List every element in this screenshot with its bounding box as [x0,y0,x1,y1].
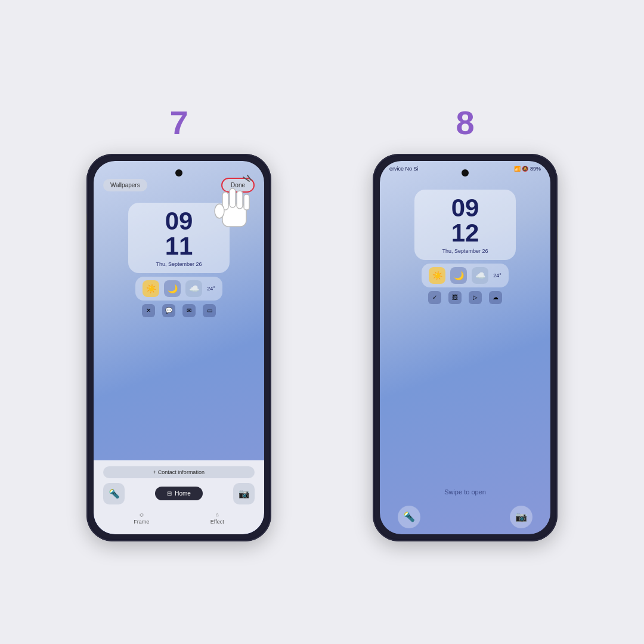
status-carrier: ervice No Si [389,166,419,172]
clock-widget-7: 09 11 Thu, September 26 [128,203,230,273]
contact-info-button[interactable]: + Contact information [103,466,255,478]
phone-8-screen: ervice No Si 📶 🔕 89% 09 12 Thu, Septembe… [380,161,550,534]
camera-button-8[interactable]: 📷 [510,506,532,528]
volume-up-button [86,213,87,231]
power-button-8 [557,225,558,255]
effect-label: Effect [210,519,224,525]
lock-screen-7: 09 11 Thu, September 26 ☀️ 🌙 ☁️ 24° ✕ [94,197,264,320]
bottom-actions-7: ◇ Frame ⌂ Effect [103,508,255,526]
volume-up-button-8 [373,213,373,231]
moon-icon: 🌙 [164,280,181,297]
weather-widget-7: ☀️ 🌙 ☁️ 24° [135,277,222,301]
clock-min-8: 12 [425,221,505,246]
swipe-to-open: Swipe to open [380,488,550,496]
cloud-icon: ☁️ [185,280,202,297]
phone-7-inner: Wallpapers Done 09 11 Thu, September 26 … [89,156,269,539]
bottom-bar-7: + Contact information 🔦 ⊟ Home 📷 ◇ [94,460,264,534]
step-8-wrapper: 8 ervice No Si 📶 🔕 89% [373,103,558,541]
clock-widget-8: 09 12 Thu, September 26 [414,190,516,260]
app-shortcuts-7: ✕ 💬 ✉ ▭ [142,304,216,317]
frame-action[interactable]: ◇ Frame [134,512,149,525]
home-label: Home [175,490,191,497]
flashlight-button-8[interactable]: 🔦 [398,506,420,528]
phone-7: Wallpapers Done 09 11 Thu, September 26 … [86,154,271,541]
app-shortcuts-8: ✓ 🖼 ▷ ☁ [428,291,502,304]
cloud-icon-8: ☁️ [472,267,488,284]
home-pill[interactable]: ⊟ Home [155,487,203,500]
home-icon-small: ⊟ [167,490,172,497]
clock-date-7: Thu, September 26 [139,261,219,267]
camera-notch-7 [175,169,182,177]
app-icon-8-1: ✓ [428,291,441,304]
effect-icon: ⌂ [216,512,219,518]
app-icon-3: ✉ [182,304,196,317]
status-battery: 📶 🔕 89% [514,166,541,172]
app-icon-4: ▭ [203,304,216,317]
clock-min-7: 11 [139,234,219,259]
wallpaper-header: Wallpapers Done [103,178,255,193]
app-icon-1: ✕ [142,304,155,317]
clock-hour-8: 09 [425,196,505,221]
done-button[interactable]: Done [221,178,255,193]
frame-icon: ◇ [140,512,144,518]
weather-widget-8: ☀️ 🌙 ☁️ 24° [422,264,509,287]
volume-down-button-8 [373,240,373,270]
dock-row-7: 🔦 ⊟ Home 📷 [103,483,255,504]
camera-icon[interactable]: 📷 [233,483,255,504]
phone-8-inner: ervice No Si 📶 🔕 89% 09 12 Thu, Septembe… [375,156,555,539]
step-7-number: 7 [169,103,188,142]
lock-screen-8: 09 12 Thu, September 26 ☀️ 🌙 ☁️ 24° ✓ [380,174,550,306]
frame-label: Frame [134,519,149,525]
moon-icon-8: 🌙 [450,267,467,284]
volume-down-button [86,240,87,270]
wallpapers-button[interactable]: Wallpapers [103,179,147,191]
app-icon-8-4: ☁ [489,291,502,304]
phone-7-screen: Wallpapers Done 09 11 Thu, September 26 … [94,161,264,534]
app-icon-2: 💬 [162,304,175,317]
app-icon-8-2: 🖼 [448,291,462,304]
sun-icon: ☀️ [143,280,159,297]
camera-notch-8 [462,169,469,177]
weather-temp-8: 24° [493,273,501,278]
main-container: 7 Wallpapers Done 09 11 [0,0,644,644]
step-7-wrapper: 7 Wallpapers Done 09 11 [86,103,271,541]
power-button [271,225,271,255]
effect-action[interactable]: ⌂ Effect [210,512,224,525]
sun-icon-8: ☀️ [429,267,445,284]
app-icon-8-3: ▷ [469,291,482,304]
weather-temp-7: 24° [207,286,215,292]
flashlight-icon[interactable]: 🔦 [103,483,125,504]
clock-date-8: Thu, September 26 [425,248,505,254]
clock-hour-7: 09 [139,209,219,234]
step-8-number: 8 [456,103,474,142]
bottom-bar-8: 🔦 📷 [380,506,550,528]
phone-8: ervice No Si 📶 🔕 89% 09 12 Thu, Septembe… [373,154,558,541]
